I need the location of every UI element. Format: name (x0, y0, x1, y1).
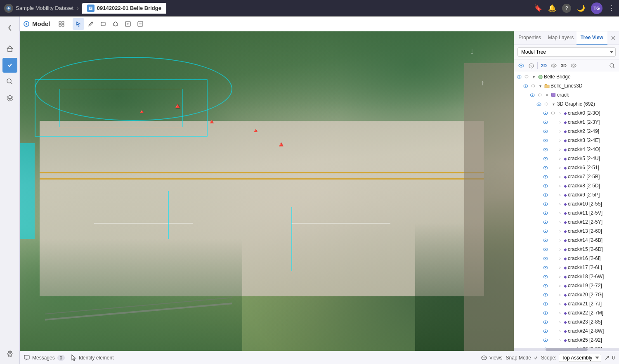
dataset-button[interactable]: Sample Mobility Dataset (4, 4, 73, 13)
tree-eye-crack-6[interactable] (542, 164, 549, 171)
tree-item-crack-0[interactable]: › ◆ crack#0 [2-3O] (514, 109, 619, 118)
expand-3d-graphic[interactable]: ▾ (550, 101, 556, 107)
expand-crack-8[interactable]: › (557, 183, 563, 189)
tree-item-crack-19[interactable]: › ◆ crack#19 [2-72] (514, 281, 619, 290)
tree-eye-crack[interactable] (529, 92, 536, 98)
tree-item-crack-20[interactable]: › ◆ crack#20 [2-7G] (514, 290, 619, 299)
tree-item-belle-bridge[interactable]: ▾ Belle Bridge (514, 72, 619, 81)
tree-3d-button[interactable]: 3D (559, 61, 568, 70)
views-section[interactable]: Views (481, 355, 503, 361)
tree-eye-crack-18[interactable] (542, 273, 549, 280)
sidebar-item-settings[interactable] (2, 346, 17, 361)
tree-item-crack-9[interactable]: › ◆ crack#9 [2-5P] (514, 190, 619, 199)
more-menu-icon[interactable]: ⋮ (608, 4, 615, 12)
polygon-tool-button[interactable] (110, 18, 121, 30)
tree-item-crack-15[interactable]: › ◆ crack#15 [2-6D] (514, 245, 619, 254)
expand-crack-1[interactable]: › (557, 119, 563, 125)
tree-item-crack-13[interactable]: › ◆ crack#13 [2-60] (514, 227, 619, 236)
tree-eye-crack-25[interactable] (542, 337, 549, 343)
tree-item-crack-14[interactable]: › ◆ crack#14 [2-6B] (514, 236, 619, 245)
tree-item-crack-26[interactable]: › ◆ crack#26 [2-99] (514, 345, 619, 348)
tree-item-crack-4[interactable]: › ◆ crack#4 [2-4O] (514, 145, 619, 154)
panel-close-button[interactable] (607, 31, 619, 45)
tree-item-crack-12[interactable]: › ◆ crack#12 [2-5Y] (514, 217, 619, 227)
tree-item-3d-graphic[interactable]: ▾ 3D Graphic (692) (514, 99, 619, 109)
tree-eye-crack-10[interactable] (542, 201, 549, 207)
expand-crack-14[interactable]: › (557, 237, 563, 243)
tree-content[interactable]: ▾ Belle Bridge ▾ Belle (514, 72, 619, 348)
tree-item-crack-10[interactable]: › ◆ crack#10 [2-55] (514, 199, 619, 208)
tree-eye-crack-19[interactable] (542, 282, 549, 289)
tree-eye-crack-8[interactable] (542, 182, 549, 189)
expand-crack-2[interactable]: › (557, 128, 563, 134)
tree-search-button[interactable] (607, 61, 617, 70)
tree-eye-crack-5[interactable] (542, 155, 549, 162)
identify-section[interactable]: Identify element (71, 355, 114, 361)
tree-eye-button[interactable] (517, 61, 526, 70)
tree-eye-crack-9[interactable] (542, 191, 549, 198)
expand-crack-20[interactable]: › (557, 292, 563, 298)
draw-tool-button[interactable] (85, 18, 97, 30)
tree-item-crack-2[interactable]: › ◆ crack#2 [2-49] (514, 127, 619, 136)
tree-eye-crack-16[interactable] (542, 255, 549, 262)
tree-eye-crack-20[interactable] (542, 291, 549, 298)
expand-crack-21[interactable]: › (557, 301, 563, 307)
add-tool-button[interactable] (122, 18, 134, 30)
remove-tool-button[interactable] (135, 18, 146, 30)
tab-properties[interactable]: Properties (514, 31, 545, 45)
tree-filter-button[interactable] (527, 61, 536, 70)
tree-item-crack-6[interactable]: › ◆ crack#6 [2-51] (514, 163, 619, 172)
scope-select[interactable]: Top Assembly Active View Selection (559, 354, 601, 362)
tree-item-belle-lines3d[interactable]: ▾ Belle_Lines3D (514, 81, 619, 90)
expand-crack-0[interactable]: › (557, 110, 563, 116)
tree-eye-crack-0[interactable] (542, 110, 549, 116)
expand-crack-25[interactable]: › (557, 337, 563, 343)
help-icon[interactable]: ? (562, 4, 571, 13)
expand-crack-18[interactable]: › (557, 274, 563, 279)
tree-item-crack[interactable]: ▾ crack (514, 90, 619, 99)
select-tool-button[interactable] (73, 18, 84, 30)
tree-eye-crack-15[interactable] (542, 246, 549, 253)
tree-eye-crack-4[interactable] (542, 146, 549, 153)
bell-icon[interactable]: 🔔 (548, 4, 556, 12)
tree-item-crack-18[interactable]: › ◆ crack#18 [2-6W] (514, 272, 619, 281)
current-page-tab[interactable]: 09142022-01 Belle Bridge (82, 3, 166, 14)
moon-icon[interactable]: 🌙 (577, 4, 585, 12)
rect-tool-button[interactable] (97, 18, 109, 30)
expand-crack-17[interactable]: › (557, 265, 563, 270)
expand-belle-lines3d[interactable]: ▾ (537, 83, 543, 89)
tree-eye-crack-13[interactable] (542, 228, 549, 234)
sidebar-item-search[interactable] (2, 74, 17, 89)
tree-eye2-button[interactable] (549, 61, 558, 70)
tree-eye-crack-2[interactable] (542, 128, 549, 135)
expand-crack-11[interactable]: › (557, 210, 563, 216)
tree-eye-crack-14[interactable] (542, 237, 549, 243)
expand-crack-4[interactable]: › (557, 147, 563, 152)
tab-tree-view[interactable]: Tree View (576, 31, 607, 45)
tree-item-crack-22[interactable]: › ◆ crack#22 [2-7M] (514, 308, 619, 317)
expand-belle-bridge[interactable]: ▾ (531, 74, 536, 80)
tree-item-crack-8[interactable]: › ◆ crack#8 [2-5D] (514, 181, 619, 190)
tree-eye-crack-12[interactable] (542, 219, 549, 225)
bookmark-icon[interactable]: 🔖 (534, 4, 542, 12)
tree-eye-crack-3[interactable] (542, 137, 549, 144)
tree-item-crack-11[interactable]: › ◆ crack#11 [2-5V] (514, 208, 619, 217)
tree-item-crack-5[interactable]: › ◆ crack#5 [2-4U] (514, 154, 619, 163)
tree-eye-crack-11[interactable] (542, 210, 549, 216)
tree-eye-crack-17[interactable] (542, 264, 549, 271)
expand-crack-10[interactable]: › (557, 201, 563, 207)
expand-crack-12[interactable]: › (557, 219, 563, 225)
tab-map-layers[interactable]: Map Layers (545, 31, 576, 45)
tree-item-crack-17[interactable]: › ◆ crack#17 [2-6L] (514, 263, 619, 272)
tree-scrollbar-thumb[interactable] (546, 348, 588, 351)
tree-item-crack-24[interactable]: › ◆ crack#24 [2-8W] (514, 326, 619, 336)
tree-item-crack-21[interactable]: › ◆ crack#21 [2-7J] (514, 299, 619, 308)
tree-scrollbar-track[interactable] (514, 348, 619, 351)
tree-eye-3d-graphic[interactable] (536, 101, 542, 107)
expand-crack-6[interactable]: › (557, 165, 563, 170)
tree-item-crack-3[interactable]: › ◆ crack#3 [2-4E] (514, 136, 619, 145)
tree-eye-crack-7[interactable] (542, 173, 549, 180)
map-container[interactable]: 🔺 🔺 🔺 🔺 🔺 ↑ ↑ (20, 31, 514, 351)
tree-eye-crack-23[interactable] (542, 319, 549, 325)
sidebar-item-layers[interactable] (2, 91, 17, 106)
